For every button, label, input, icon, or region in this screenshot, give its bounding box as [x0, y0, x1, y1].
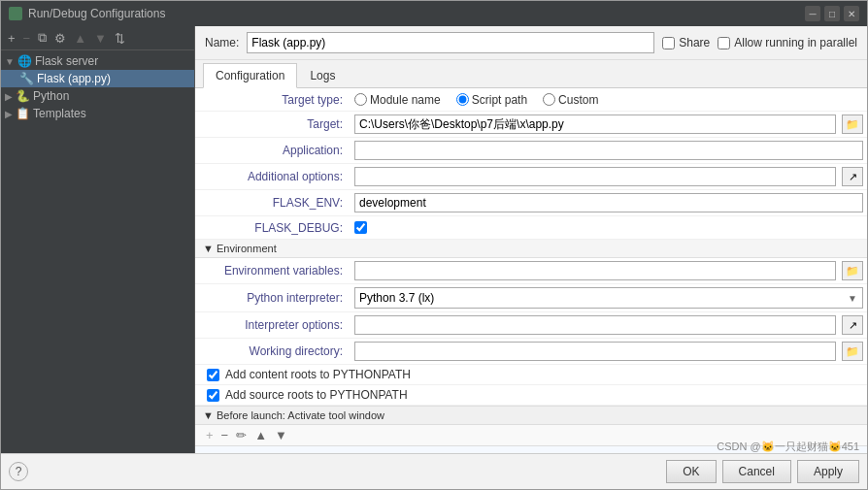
interpreter-options-expand-button[interactable]: ↗ — [842, 315, 863, 335]
flask-debug-value — [351, 219, 867, 236]
flask-app-label: Flask (app.py) — [37, 72, 111, 85]
tree-item-flask-app[interactable]: 🔧 Flask (app.py) — [1, 70, 194, 87]
apply-button[interactable]: Apply — [797, 460, 859, 483]
flask-env-label: FLASK_ENV: — [195, 194, 351, 212]
share-label: Share — [679, 36, 710, 49]
arrow-python: ▶ — [5, 91, 13, 102]
flask-env-input[interactable] — [354, 193, 863, 212]
radio-module-name-input[interactable] — [354, 93, 367, 106]
add-source-roots-checkbox[interactable] — [207, 389, 219, 402]
cancel-button[interactable]: Cancel — [722, 460, 791, 483]
python-interpreter-select[interactable]: Python 3.7 (lx) — [354, 287, 863, 309]
flask-env-value — [351, 191, 867, 214]
working-dir-label: Working directory: — [195, 343, 351, 360]
working-dir-input[interactable] — [354, 342, 836, 361]
additional-options-expand-button[interactable]: ↗ — [842, 167, 863, 186]
templates-icon: 📋 — [16, 107, 30, 120]
maximize-button[interactable]: □ — [824, 6, 840, 21]
tree-item-python[interactable]: ▶ 🐍 Python — [1, 87, 194, 105]
before-launch-edit-button[interactable]: ✏ — [233, 427, 250, 443]
add-config-button[interactable]: + — [5, 30, 18, 47]
dialog-icon — [9, 7, 22, 20]
application-input[interactable] — [354, 141, 863, 160]
templates-label: Templates — [33, 107, 86, 120]
target-type-row: Target type: Module name Script path — [195, 88, 867, 112]
radio-script-path-label: Script path — [472, 93, 527, 107]
flask-server-icon: 🌐 — [17, 54, 32, 68]
interpreter-options-input[interactable] — [354, 315, 836, 335]
before-launch-section: ▼ Before launch: Activate tool window + … — [195, 406, 867, 453]
target-value: 📁 — [351, 113, 867, 136]
before-launch-remove-button[interactable]: − — [218, 427, 232, 443]
add-source-roots-row: Add source roots to PYTHONPATH — [195, 385, 867, 406]
before-launch-toolbar: + − ✏ ▲ ▼ — [195, 425, 867, 446]
help-button[interactable]: ? — [9, 462, 28, 481]
name-input[interactable] — [247, 32, 654, 53]
before-launch-label: ▼ Before launch: Activate tool window — [203, 409, 384, 421]
right-panel: Name: Share Allow running in parallel Co… — [195, 26, 867, 453]
radio-script-path-input[interactable] — [456, 93, 469, 106]
environment-section-label: ▼ Environment — [203, 243, 277, 254]
move-up-button[interactable]: ▲ — [71, 30, 89, 47]
python-tree-icon: 🐍 — [16, 89, 30, 103]
allow-parallel-label: Allow running in parallel — [734, 36, 857, 49]
radio-module-name[interactable]: Module name — [354, 93, 441, 107]
remove-config-button[interactable]: − — [20, 30, 34, 47]
ok-button[interactable]: OK — [666, 460, 716, 483]
run-debug-dialog: Run/Debug Configurations ─ □ ✕ + − ⧉ ⚙ ▲… — [0, 0, 868, 490]
application-row: Application: — [195, 138, 867, 164]
dialog-title: Run/Debug Configurations — [28, 7, 799, 20]
working-dir-row: Working directory: 📁 — [195, 339, 867, 365]
before-launch-up-button[interactable]: ▲ — [251, 427, 270, 443]
application-value — [351, 139, 867, 162]
application-label: Application: — [195, 142, 351, 159]
python-label: Python — [33, 89, 69, 103]
allow-parallel-checkbox[interactable] — [718, 37, 730, 49]
left-panel: + − ⧉ ⚙ ▲ ▼ ⇅ ▼ 🌐 Flask server 🔧 — [1, 26, 195, 453]
before-launch-down-button[interactable]: ▼ — [272, 427, 290, 443]
radio-custom-input[interactable] — [543, 93, 555, 106]
add-content-roots-row: Add content roots to PYTHONPATH — [195, 365, 867, 385]
before-launch-header[interactable]: ▼ Before launch: Activate tool window — [195, 407, 867, 425]
flask-debug-label: FLASK_DEBUG: — [195, 219, 351, 237]
interpreter-options-label: Interpreter options: — [195, 316, 351, 334]
tree-item-flask-server[interactable]: ▼ 🌐 Flask server — [1, 52, 194, 70]
target-type-label: Target type: — [195, 91, 351, 109]
main-content: + − ⧉ ⚙ ▲ ▼ ⇅ ▼ 🌐 Flask server 🔧 — [1, 26, 867, 453]
name-row: Name: Share Allow running in parallel — [195, 26, 867, 60]
add-content-roots-label: Add content roots to PYTHONPATH — [225, 368, 411, 381]
copy-config-button[interactable]: ⧉ — [35, 29, 50, 47]
share-group: Share — [662, 36, 710, 49]
close-button[interactable]: ✕ — [844, 6, 859, 21]
interpreter-options-value: ↗ — [351, 313, 867, 337]
share-checkbox[interactable] — [662, 37, 675, 49]
radio-custom-label: Custom — [558, 93, 598, 107]
target-input[interactable] — [354, 114, 836, 134]
arrow-templates: ▶ — [5, 109, 13, 119]
flask-debug-checkbox[interactable] — [354, 221, 367, 234]
tab-logs[interactable]: Logs — [297, 63, 348, 87]
flask-env-row: FLASK_ENV: — [195, 190, 867, 216]
environment-section-header[interactable]: ▼ Environment — [195, 240, 867, 258]
flask-app-icon: 🔧 — [19, 72, 34, 85]
before-launch-add-button[interactable]: + — [203, 427, 217, 443]
sort-button[interactable]: ⇅ — [112, 30, 128, 47]
before-launch-empty: There are no tasks to run before launch — [195, 446, 867, 453]
add-content-roots-checkbox[interactable] — [207, 369, 219, 381]
radio-script-path[interactable]: Script path — [456, 93, 527, 107]
env-vars-browse-button[interactable]: 📁 — [842, 261, 863, 280]
additional-options-label: Additional options: — [195, 168, 351, 185]
additional-options-input[interactable] — [354, 167, 836, 186]
radio-custom[interactable]: Custom — [543, 93, 598, 107]
env-vars-label: Environment variables: — [195, 262, 351, 279]
settings-config-button[interactable]: ⚙ — [51, 30, 69, 47]
tab-configuration[interactable]: Configuration — [203, 63, 297, 88]
env-vars-input[interactable] — [354, 261, 836, 280]
tree-item-templates[interactable]: ▶ 📋 Templates — [1, 105, 194, 122]
minimize-button[interactable]: ─ — [805, 6, 820, 21]
working-dir-browse-button[interactable]: 📁 — [842, 342, 863, 361]
move-down-button[interactable]: ▼ — [91, 30, 110, 47]
flask-server-label: Flask server — [35, 54, 98, 68]
python-interpreter-select-wrapper: Python 3.7 (lx) ▼ — [354, 287, 863, 309]
target-browse-button[interactable]: 📁 — [842, 114, 863, 134]
